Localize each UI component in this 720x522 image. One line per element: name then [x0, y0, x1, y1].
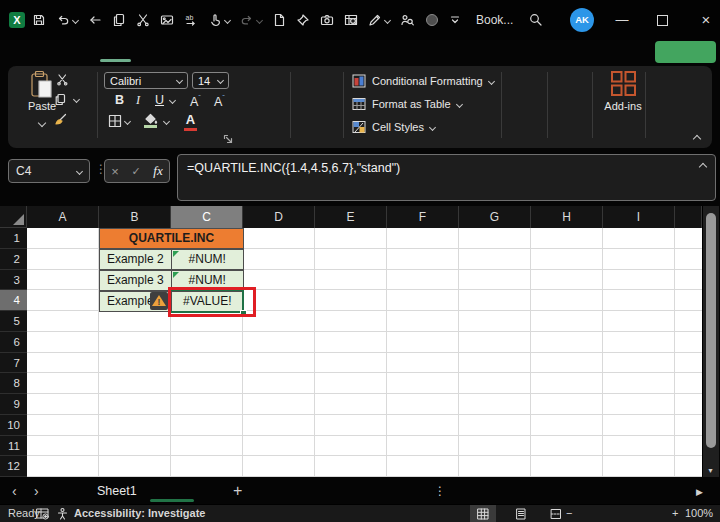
copy-button[interactable]: [112, 12, 126, 28]
touch-mode-button[interactable]: [208, 12, 230, 28]
font-size-select[interactable]: 14: [192, 72, 229, 89]
row-header-8[interactable]: 8: [0, 373, 27, 394]
column-header-stub[interactable]: [675, 206, 702, 228]
draw-button[interactable]: [368, 12, 390, 28]
row-header-3[interactable]: 3: [0, 270, 27, 291]
back-button[interactable]: [88, 12, 102, 28]
lookup-sheet-button[interactable]: [344, 12, 358, 28]
zoom-level[interactable]: 100%: [685, 505, 713, 522]
next-sheet-button[interactable]: ›: [34, 479, 39, 504]
cancel-button[interactable]: ×: [111, 164, 119, 179]
cell-C2[interactable]: #NUM!: [171, 249, 244, 270]
scissors-icon: [56, 73, 69, 86]
vertical-scrollbar-thumb[interactable]: [706, 213, 716, 448]
zoom-out-button[interactable]: −: [566, 505, 572, 522]
column-header-D[interactable]: D: [243, 206, 315, 228]
row-header-2[interactable]: 2: [0, 249, 27, 270]
enter-button[interactable]: ✓: [131, 165, 140, 178]
format-painter-button[interactable]: [54, 112, 68, 126]
chevron-down-icon[interactable]: [169, 97, 176, 104]
find-person-button[interactable]: [400, 12, 415, 28]
formula-input[interactable]: =QUARTILE.INC({1.4,4.5,6.7},"stand"): [177, 154, 716, 201]
underline-button[interactable]: U: [155, 93, 164, 107]
accessibility-status[interactable]: Accessibility: Investigate: [74, 505, 205, 522]
column-header-I[interactable]: I: [603, 206, 675, 228]
cell-B3[interactable]: Example 3: [99, 270, 172, 291]
shrink-font-button[interactable]: Aˇ: [214, 93, 225, 109]
scroll-right-arrow[interactable]: ▶: [696, 479, 703, 504]
zoom-in-button[interactable]: +: [672, 505, 678, 522]
column-header-G[interactable]: G: [459, 206, 531, 228]
copy-button[interactable]: [54, 93, 67, 106]
font-color-bar: [184, 128, 197, 131]
search-icon: [528, 12, 544, 28]
chevron-down-icon[interactable]: [73, 96, 80, 103]
cell-B1-merged-title[interactable]: QUARTILE.INC: [99, 228, 244, 249]
page-layout-view-button[interactable]: [508, 505, 534, 522]
error-checking-button[interactable]: !: [150, 292, 168, 310]
bold-button[interactable]: B: [115, 93, 124, 107]
warning-exclamation: !: [158, 297, 161, 307]
tabbar-resize-handle[interactable]: ⋮: [434, 479, 446, 504]
cut-button[interactable]: [56, 73, 69, 86]
tab-sheet1[interactable]: Sheet1: [89, 479, 145, 504]
row-header-7[interactable]: 7: [0, 353, 27, 374]
chevron-down-icon: [456, 100, 463, 107]
qat-customize-button[interactable]: [449, 12, 461, 28]
accessibility-checker-button[interactable]: [56, 507, 69, 520]
chevron-down-icon[interactable]: [124, 118, 131, 125]
normal-view-icon: [477, 508, 489, 520]
normal-view-button[interactable]: [470, 505, 496, 522]
cell-B2[interactable]: Example 2: [99, 249, 172, 270]
column-header-F[interactable]: F: [387, 206, 459, 228]
pin-button[interactable]: [296, 12, 310, 28]
row-header-4[interactable]: 4: [0, 290, 27, 311]
account-avatar[interactable]: AK: [570, 8, 594, 32]
font-dialog-launcher[interactable]: [223, 134, 233, 144]
camera-button[interactable]: [320, 12, 334, 28]
minimize-button[interactable]: —: [608, 0, 636, 40]
undo-button[interactable]: [56, 12, 78, 28]
cell-styles-button[interactable]: Cell Styles: [352, 118, 435, 136]
select-all-button[interactable]: [0, 206, 27, 228]
chevron-down-icon[interactable]: [163, 118, 170, 125]
cut-button[interactable]: [136, 12, 150, 28]
row-header-11[interactable]: 11: [0, 436, 27, 457]
column-header-A[interactable]: A: [27, 206, 99, 228]
search-button[interactable]: [528, 12, 544, 28]
presence-button[interactable]: [425, 12, 439, 28]
italic-button[interactable]: I: [136, 93, 140, 108]
column-header-E[interactable]: E: [315, 206, 387, 228]
name-box[interactable]: C4: [8, 159, 90, 183]
close-button[interactable]: ×: [692, 0, 720, 40]
column-header-B[interactable]: B: [99, 206, 171, 228]
insert-function-button[interactable]: fx: [153, 163, 162, 179]
borders-button[interactable]: [108, 114, 122, 128]
column-header-C[interactable]: C: [171, 206, 243, 228]
macro-record-button[interactable]: [36, 507, 49, 520]
font-color-button[interactable]: A: [184, 112, 197, 131]
collapse-ribbon-button[interactable]: [693, 135, 701, 143]
row-header-9[interactable]: 9: [0, 394, 27, 415]
redo-button[interactable]: [240, 12, 262, 28]
font-name-select[interactable]: Calibri: [104, 72, 188, 89]
row-header-1[interactable]: 1: [0, 228, 27, 249]
addins-button[interactable]: Add-ins: [593, 70, 653, 112]
format-as-table-button[interactable]: Format as Table: [352, 95, 462, 113]
new-file-button[interactable]: [272, 12, 286, 28]
row-header-5[interactable]: 5: [0, 311, 27, 332]
column-header-H[interactable]: H: [531, 206, 603, 228]
fill-color-button[interactable]: [144, 113, 158, 128]
new-sheet-button[interactable]: +: [233, 479, 242, 504]
conditional-formatting-button[interactable]: Conditional Formatting: [352, 72, 494, 90]
vertical-scrollbar[interactable]: ▼: [702, 206, 719, 477]
prev-sheet-button[interactable]: ‹: [12, 479, 17, 504]
grow-font-button[interactable]: Aˆ: [190, 93, 201, 109]
row-header-10[interactable]: 10: [0, 415, 27, 436]
save-button[interactable]: [32, 12, 46, 28]
row-header-6[interactable]: 6: [0, 332, 27, 353]
row-header-12[interactable]: 12: [0, 456, 27, 477]
scroll-down-arrow[interactable]: ▼: [707, 467, 714, 474]
replace-button[interactable]: ab: [184, 12, 198, 28]
picture-button[interactable]: [160, 12, 174, 28]
